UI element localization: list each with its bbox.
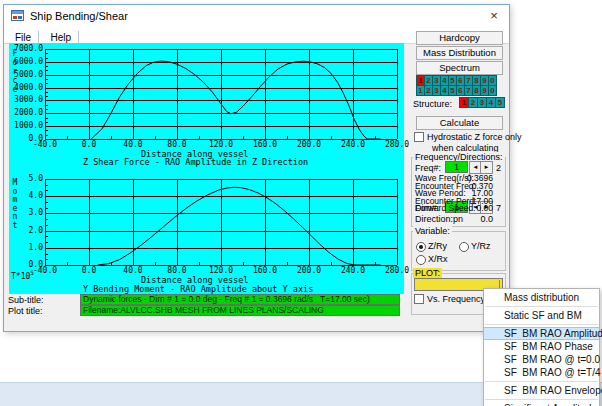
freq-number-value: 1 xyxy=(445,161,468,173)
spectrum-cell-r2-9[interactable]: 9 xyxy=(481,85,489,96)
structure-cell-4[interactable]: 4 xyxy=(487,97,496,108)
shear-force-plot-xtick: 40.0 xyxy=(116,141,150,149)
variable-radio-xrx[interactable] xyxy=(416,255,426,265)
context-menu-item-sf-bm-rao-t-0-0[interactable]: SF BM RAO @ t=0.0 xyxy=(484,353,599,366)
bending-moment-plot-xtick: 40.0 xyxy=(116,267,150,275)
hydrostatic-checkbox[interactable] xyxy=(414,132,424,142)
spectrum-cell-r2-3[interactable]: 3 xyxy=(433,85,441,96)
unit-base: T*10 xyxy=(11,272,30,281)
fd-row-value-4: 0.00 xyxy=(443,203,493,213)
shear-force-plot-ytick: 3000.0 xyxy=(12,96,43,104)
app-window: Ship Bending/Shear × File Help 7000.0600… xyxy=(3,4,510,332)
shear-force-plot-xtick: 80.0 xyxy=(160,141,194,149)
spectrum-button[interactable]: Spectrum xyxy=(416,61,503,75)
menu-separator xyxy=(485,399,598,400)
structure-cells: 12345 xyxy=(459,97,505,108)
shear-force-plot-xtick: 200.0 xyxy=(292,141,326,149)
menu-separator xyxy=(485,324,598,325)
spectrum-cell-r2-7[interactable]: 7 xyxy=(465,85,473,96)
context-menu-item-sf-bm-rao-amplitude[interactable]: SF BM RAO Amplitude xyxy=(484,327,599,340)
bending-moment-plot-xtick: 80.0 xyxy=(160,267,194,275)
plot-title-label: Plot title: xyxy=(8,306,43,316)
menu-separator xyxy=(485,381,598,382)
bending-moment-plot-xtick: 0.0 xyxy=(72,267,106,275)
spectrum-grid-row2: 1234567890 xyxy=(416,85,497,96)
context-menu-item-significant-amplitude[interactable]: Significant Amplitude xyxy=(484,402,599,406)
bending-moment-plot-xtick: 120.0 xyxy=(204,267,238,275)
vs-frequency-label: Vs. Frequency xyxy=(427,294,485,304)
spectrum-cell-r2-10[interactable]: 0 xyxy=(489,85,497,96)
freq-max-value: 2 xyxy=(496,163,501,173)
variable-radio-zry[interactable] xyxy=(416,242,426,252)
shear-force-plot-xtick: 0.0 xyxy=(72,141,106,149)
bending-moment-plot-curve xyxy=(98,187,381,265)
hydrostatic-checkbox-label: Hydrostatic Z force only xyxy=(427,132,522,142)
variable-group-label: Variable: xyxy=(413,226,452,236)
subtitle-label: Sub-title: xyxy=(8,295,44,305)
hardcopy-button[interactable]: Hardcopy xyxy=(416,31,503,45)
title-bar: Ship Bending/Shear × xyxy=(4,5,509,27)
variable-group xyxy=(411,231,506,271)
shear-force-plot-xtick: 280.0 xyxy=(380,141,414,149)
direction-value: 0.0 xyxy=(443,214,493,224)
shear-force-plot-title: Z Shear Force - RAO Amplitude in Z Direc… xyxy=(83,158,308,167)
context-menu-item-sf-bm-rao-t-t-4[interactable]: SF BM RAO @ t=T/4 xyxy=(484,366,599,379)
shear-force-plot-xtick: 240.0 xyxy=(336,141,370,149)
bending-moment-plot-ylabel: M o m e n t xyxy=(11,179,19,230)
mass-distribution-button[interactable]: Mass Distribution xyxy=(416,46,503,60)
subtitle-field[interactable]: Dynamic forces - Dirn # 1 = 0.0 deg - Fr… xyxy=(80,294,400,305)
unit-exponent: 5 xyxy=(30,269,34,276)
spectrum-cell-r2-2[interactable]: 2 xyxy=(425,85,433,96)
spectrum-cell-r2-6[interactable]: 6 xyxy=(457,85,465,96)
shear-force-plot-xtick: -40.0 xyxy=(28,141,62,149)
plot-title-field[interactable]: Filename:ALVLCC.SHB MESH FROM LINES PLAN… xyxy=(80,305,400,316)
app-icon xyxy=(11,10,24,22)
bending-moment-plot-ytick: 1.0 xyxy=(12,244,43,252)
bending-moment-plot-xtick: 240.0 xyxy=(336,267,370,275)
charts-svg xyxy=(9,43,404,294)
calculate-button[interactable]: Calculate xyxy=(416,116,503,130)
plot-group-label: PLOT: xyxy=(413,268,442,278)
spectrum-cell-r2-4[interactable]: 4 xyxy=(441,85,449,96)
spectrum-cell-r2-1[interactable]: 1 xyxy=(416,85,425,96)
bending-moment-plot-unit-label: T*105 xyxy=(11,268,34,281)
bending-moment-plot-xtick: 200.0 xyxy=(292,267,326,275)
vs-frequency-checkbox[interactable] xyxy=(414,294,424,304)
bending-moment-plot-xtick: 280.0 xyxy=(380,267,414,275)
plot-context-menu: Mass distributionStatic SF and BMSF BM R… xyxy=(483,288,600,406)
structure-cell-5[interactable]: 5 xyxy=(496,97,505,108)
bending-moment-plot-title: Y Bending Moment - RAO Amplitude about Y… xyxy=(83,285,313,294)
context-menu-item-mass-distribution[interactable]: Mass distribution xyxy=(484,291,599,304)
dirn-max-value: 7 xyxy=(496,203,501,213)
freq-number-label: Freq#: xyxy=(415,163,441,173)
bending-moment-plot-xtick: 160.0 xyxy=(248,267,282,275)
shear-force-plot-xtick: 160.0 xyxy=(248,141,282,149)
variable-radio-label-2: X/Rx xyxy=(428,254,448,264)
structure-cell-1[interactable]: 1 xyxy=(459,97,469,108)
plot-panel: 7000.06000.05000.04000.03000.02000.01000… xyxy=(9,43,404,294)
variable-radio-label-1: Y/Rz xyxy=(471,241,491,251)
window-title: Ship Bending/Shear xyxy=(30,10,128,22)
variable-radio-label-0: Z/Ry xyxy=(428,241,447,251)
shear-force-plot-ylabel: F o r c e xyxy=(11,49,19,94)
context-menu-item-sf-bm-rao-envelope[interactable]: SF BM RAO Envelope xyxy=(484,384,599,397)
shear-force-plot-ytick: 1000.0 xyxy=(12,122,43,130)
variable-radio-yrz[interactable] xyxy=(459,242,469,252)
spectrum-cell-r2-5[interactable]: 5 xyxy=(449,85,457,96)
shear-force-plot-xtick: 120.0 xyxy=(204,141,238,149)
shear-force-plot-ytick: 2000.0 xyxy=(12,109,43,117)
structure-cell-2[interactable]: 2 xyxy=(469,97,478,108)
close-icon[interactable]: × xyxy=(485,7,503,24)
menu-separator xyxy=(485,306,598,307)
structure-label: Structure: xyxy=(413,99,452,109)
structure-cell-3[interactable]: 3 xyxy=(478,97,487,108)
context-menu-item-static-sf-and-bm[interactable]: Static SF and BM xyxy=(484,309,599,322)
context-menu-item-sf-bm-rao-phase[interactable]: SF BM RAO Phase xyxy=(484,340,599,353)
spectrum-cell-r2-8[interactable]: 8 xyxy=(473,85,481,96)
